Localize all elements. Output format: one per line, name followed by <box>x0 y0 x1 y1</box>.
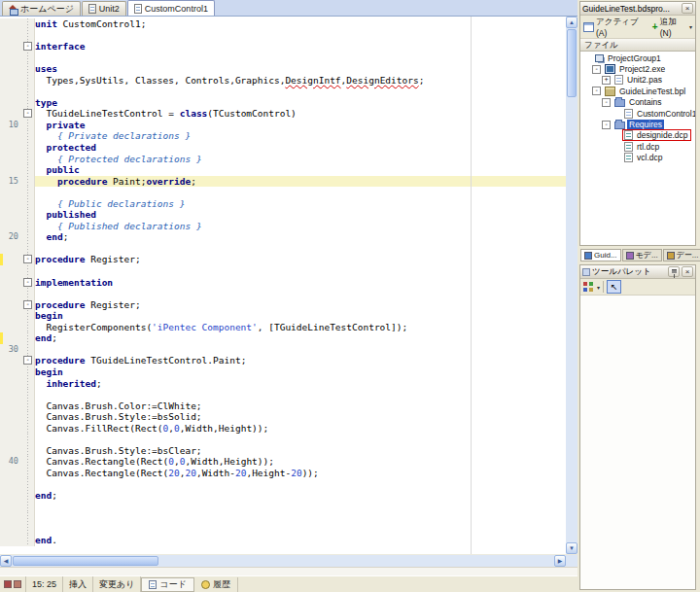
code-line[interactable] <box>0 265 566 277</box>
horizontal-scroll-track[interactable] <box>159 555 554 567</box>
tree-expander-icon[interactable]: - <box>592 65 601 74</box>
code-line-text[interactable]: begin <box>35 366 566 378</box>
code-line[interactable]: 20 end; <box>0 231 566 243</box>
scroll-left-button[interactable]: ◀ <box>0 555 12 567</box>
fold-collapse-icon[interactable]: - <box>23 255 32 263</box>
fold-gutter[interactable] <box>21 310 35 322</box>
code-line-text[interactable]: implementation <box>35 277 566 289</box>
editor-tab-Unit2[interactable]: Unit2 <box>82 1 126 16</box>
vertical-scroll-thumb[interactable] <box>567 29 577 97</box>
line-number-gutter[interactable] <box>0 221 21 232</box>
line-number-gutter[interactable] <box>0 277 21 289</box>
code-line-text[interactable] <box>35 502 566 513</box>
code-line-text[interactable] <box>35 243 566 255</box>
line-number-gutter[interactable] <box>0 254 21 265</box>
code-line[interactable]: begin <box>0 366 566 378</box>
fold-gutter[interactable] <box>21 400 35 412</box>
fold-gutter[interactable] <box>21 18 35 30</box>
code-line-text[interactable]: public <box>35 164 566 176</box>
line-number-gutter[interactable] <box>0 378 21 390</box>
fold-gutter[interactable] <box>21 445 35 457</box>
line-number-gutter[interactable] <box>0 154 21 165</box>
code-line-text[interactable]: procedure Paint;override; <box>35 176 566 188</box>
code-line[interactable]: RegisterComponents('iPentec Component', … <box>0 322 566 333</box>
code-line[interactable]: begin <box>0 310 566 322</box>
code-line-text[interactable]: private <box>35 120 566 131</box>
palette-categories-icon[interactable] <box>583 282 594 293</box>
code-line-text[interactable]: Types,SysUtils, Classes, Controls,Graphi… <box>35 75 566 87</box>
code-line-text[interactable]: end; <box>35 231 566 243</box>
code-line-text[interactable]: inherited; <box>35 378 566 390</box>
code-line-text[interactable] <box>35 389 566 400</box>
editor-tab-CustomControl1[interactable]: CustomControl1 <box>127 0 215 16</box>
fold-gutter[interactable] <box>21 478 35 490</box>
code-line-text[interactable]: published <box>35 209 566 221</box>
fold-gutter[interactable] <box>21 120 35 131</box>
code-line-text[interactable]: end. <box>35 535 566 546</box>
line-number-gutter[interactable]: 20 <box>0 231 21 243</box>
tree-expander-icon[interactable]: - <box>602 98 611 107</box>
fold-gutter[interactable] <box>21 389 35 400</box>
line-number-gutter[interactable]: 10 <box>0 120 21 131</box>
tool-palette-title-bar[interactable]: ツールパレット × <box>580 265 695 279</box>
code-line[interactable]: -interface <box>0 41 566 52</box>
line-number-gutter[interactable] <box>0 63 21 75</box>
code-line[interactable]: uses <box>0 63 566 75</box>
fold-gutter[interactable]: - <box>21 355 35 366</box>
fold-gutter[interactable] <box>21 130 35 142</box>
fold-gutter[interactable] <box>21 97 35 109</box>
code-line[interactable] <box>0 187 566 198</box>
code-line[interactable] <box>0 86 566 97</box>
view-tab-コード[interactable]: コード <box>141 577 193 592</box>
code-line-text[interactable] <box>35 187 566 198</box>
code-line-text[interactable]: Canvas.Rectangle(Rect(20,20,Width-20,Hei… <box>35 468 566 479</box>
fold-gutter[interactable] <box>21 30 35 42</box>
code-line[interactable]: { Published declarations } <box>0 221 566 232</box>
fold-gutter[interactable] <box>21 142 35 154</box>
code-line-text[interactable] <box>35 265 566 277</box>
code-line-text[interactable]: procedure Register; <box>35 299 566 311</box>
code-line-text[interactable] <box>35 30 566 42</box>
line-number-gutter[interactable]: 30 <box>0 344 21 356</box>
tree-item-rtl.dcp[interactable]: rtl.dcp <box>580 141 695 152</box>
close-icon[interactable]: × <box>682 266 693 277</box>
code-line[interactable]: Canvas.FillRect(Rect(0,0,Width,Height)); <box>0 423 566 435</box>
fold-gutter[interactable] <box>21 75 35 87</box>
code-line[interactable]: type <box>0 97 566 109</box>
code-line-text[interactable]: { Published declarations } <box>35 221 566 232</box>
fold-gutter[interactable] <box>21 265 35 277</box>
pin-icon[interactable] <box>668 266 680 277</box>
code-line[interactable]: end. <box>0 535 566 546</box>
code-line[interactable]: Types,SysUtils, Classes, Controls,Graphi… <box>0 75 566 87</box>
code-line-text[interactable]: end; <box>35 490 566 502</box>
code-line[interactable]: published <box>0 209 566 221</box>
code-line[interactable]: Canvas.Brush.Style:=bsSolid; <box>0 411 566 423</box>
code-line[interactable] <box>0 434 566 445</box>
tree-item-vcl.dcp[interactable]: vcl.dcp <box>580 153 695 163</box>
file-column-header[interactable]: ファイル <box>580 39 695 52</box>
code-line-text[interactable] <box>35 52 566 64</box>
horizontal-scroll-thumb[interactable] <box>13 556 158 566</box>
fold-gutter[interactable] <box>21 535 35 546</box>
line-number-gutter[interactable] <box>0 411 21 423</box>
cursor-tool-button[interactable]: ↖ <box>607 280 621 294</box>
line-number-gutter[interactable] <box>0 478 21 490</box>
code-area[interactable]: unit CustomControl1;-interfaceuses Types… <box>0 17 566 554</box>
fold-collapse-icon[interactable]: - <box>23 42 32 51</box>
line-number-gutter[interactable] <box>0 389 21 400</box>
line-number-gutter[interactable] <box>0 400 21 412</box>
code-line[interactable] <box>0 512 566 524</box>
tree-expander-icon[interactable]: - <box>602 121 611 129</box>
close-icon[interactable]: × <box>682 3 693 14</box>
fold-gutter[interactable]: - <box>21 277 35 289</box>
fold-gutter[interactable] <box>21 164 35 176</box>
line-number-gutter[interactable] <box>0 130 21 142</box>
fold-gutter[interactable] <box>21 154 35 165</box>
tree-item-designide.dcp[interactable]: designide.dcp <box>580 130 695 141</box>
fold-collapse-icon[interactable]: - <box>23 356 32 365</box>
fold-collapse-icon[interactable]: - <box>23 278 32 287</box>
line-number-gutter[interactable] <box>0 41 21 52</box>
line-number-gutter[interactable] <box>0 310 21 322</box>
fold-gutter[interactable] <box>21 187 35 198</box>
line-number-gutter[interactable] <box>0 524 21 536</box>
